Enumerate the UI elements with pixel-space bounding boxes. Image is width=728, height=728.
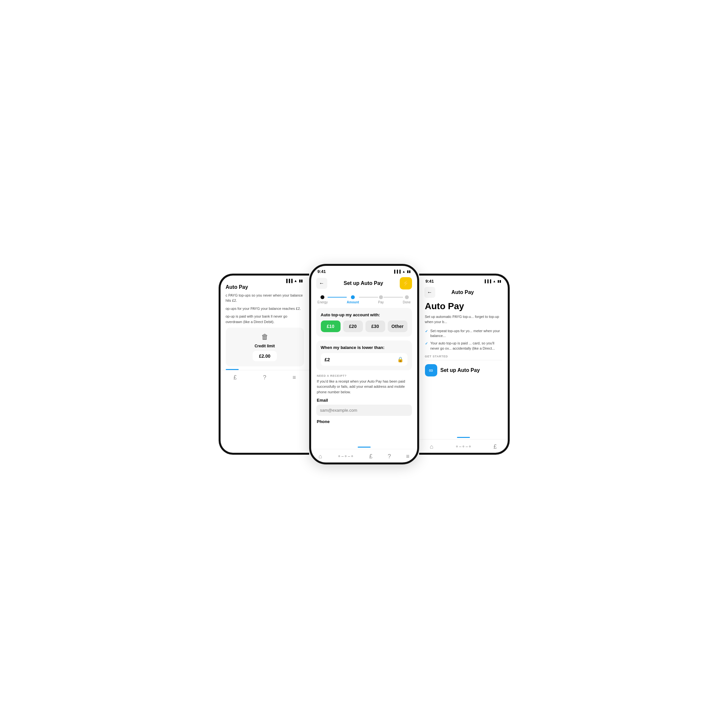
- autopay-desc: Set up automatic PAYG top-u... forget to…: [425, 314, 502, 325]
- receipt-desc: If you'd like a receipt when your Auto P…: [316, 379, 412, 395]
- menu-icon: ≡: [406, 453, 410, 460]
- right-bottom-nav: ⌂ ⚬−⚬−⚬ £: [419, 439, 508, 453]
- help-icon: ?: [388, 453, 391, 460]
- balance-card-title: When my balance is lower than:: [321, 345, 407, 350]
- right-home-icon: ⌂: [430, 444, 433, 450]
- left-desc3: op-up is paid with your bank ll never go…: [226, 314, 304, 324]
- infinity-icon: ∞: [425, 364, 437, 376]
- step-dot-amount: [351, 295, 355, 299]
- setup-autopay-button[interactable]: ∞ Set up Auto Pay: [425, 364, 502, 377]
- topup-card: Auto top-up my account with: £10 £20 £30…: [316, 308, 412, 336]
- left-credit-card: 🗑 Credit limit £2.00: [226, 327, 304, 366]
- nav-item-pound[interactable]: £: [231, 373, 239, 382]
- step-label-energy: Energy: [318, 300, 328, 304]
- activity-icon: ⚬−⚬−⚬: [337, 454, 354, 459]
- lightning-button[interactable]: ⚡: [400, 277, 412, 289]
- right-battery-icon: ▮▮: [497, 280, 501, 283]
- center-signal-icon: ▐▐▐: [393, 270, 401, 273]
- left-status-bar: ▐▐▐ ▲ ▮▮: [220, 275, 309, 284]
- balance-row: £2 🔒: [321, 353, 407, 366]
- balance-value: £2: [325, 357, 330, 362]
- right-content: Auto Pay Set up automatic PAYG top-u... …: [419, 301, 508, 378]
- step-label-done: Done: [403, 300, 411, 304]
- nav-item-menu[interactable]: ≡: [290, 373, 298, 382]
- center-nav-help[interactable]: ?: [385, 452, 394, 461]
- right-activity-icon: ⚬−⚬−⚬: [455, 444, 472, 449]
- center-nav-menu[interactable]: ≡: [404, 452, 412, 461]
- balance-card: When my balance is lower than: £2 🔒: [316, 341, 412, 370]
- step-energy: Energy: [318, 295, 328, 304]
- center-battery-icon: ▮▮: [407, 270, 411, 273]
- pound-icon: £: [369, 453, 373, 460]
- connector-1: [327, 297, 347, 298]
- right-nav-title: Auto Pay: [451, 289, 474, 295]
- center-nav-header: ← Set up Auto Pay ⚡: [311, 275, 417, 293]
- amount-20-button[interactable]: £20: [343, 321, 363, 332]
- left-phone: ▐▐▐ ▲ ▮▮ Auto Pay c PAYG top-ups so you …: [219, 274, 309, 455]
- right-nav-activity[interactable]: ⚬−⚬−⚬: [453, 443, 474, 451]
- center-nav-title: Set up Auto Pay: [343, 280, 383, 286]
- center-nav-home[interactable]: ⌂: [316, 452, 325, 461]
- phone-label: Phone: [316, 419, 412, 424]
- lightning-icon: ⚡: [402, 280, 410, 287]
- divider: [425, 360, 502, 360]
- connector-3: [384, 297, 403, 298]
- center-nav-pound[interactable]: £: [367, 452, 375, 461]
- center-back-button[interactable]: ←: [316, 278, 327, 289]
- check-icon-2: ✓: [425, 341, 428, 346]
- center-content: Auto top-up my account with: £10 £20 £30…: [311, 308, 417, 445]
- step-label-pay: Pay: [378, 300, 384, 304]
- progress-steps: Energy Amount Pay Done: [311, 293, 417, 308]
- email-input[interactable]: [316, 405, 412, 416]
- check-icon-1: ✓: [425, 329, 428, 334]
- autopay-title: Auto Pay: [425, 301, 502, 312]
- email-label: Email: [316, 398, 412, 403]
- receipt-section: NEED A RECEIPT? If you'd like a receipt …: [316, 374, 412, 424]
- right-wifi-icon: ▲: [493, 280, 496, 283]
- right-nav-pound[interactable]: £: [491, 442, 499, 451]
- check-item-1: ✓ Set repeat top-ups for yo... meter whe…: [425, 329, 502, 339]
- center-time: 9:41: [318, 269, 326, 274]
- check-text-1: Set repeat top-ups for yo... meter when …: [430, 329, 502, 339]
- right-nav-home[interactable]: ⌂: [427, 442, 436, 451]
- center-wifi-icon: ▲: [402, 270, 405, 273]
- lock-icon: 🔒: [397, 356, 404, 362]
- left-title: Auto Pay: [226, 284, 304, 290]
- get-started-label: GET STARTED: [425, 355, 502, 358]
- left-desc1: c PAYG top-ups so you never when your ba…: [226, 293, 304, 303]
- credit-limit-label: Credit limit: [254, 344, 275, 348]
- left-bottom-nav: £ ? ≡: [220, 370, 309, 384]
- center-bottom-nav: ⌂ ⚬−⚬−⚬ £ ? ≡: [311, 449, 417, 462]
- left-desc2: op-ups for your PAYG your balance reache…: [226, 306, 304, 312]
- check-item-2: ✓ Your auto top-up is paid ... card, so …: [425, 341, 502, 351]
- amount-grid: £10 £20 £30 Other: [321, 321, 407, 332]
- amount-30-button[interactable]: £30: [366, 321, 385, 332]
- right-back-arrow-icon: ←: [427, 289, 433, 295]
- step-done: Done: [403, 295, 411, 304]
- step-label-amount: Amount: [347, 300, 359, 304]
- signal-icon: ▐▐▐: [285, 279, 292, 283]
- topup-card-title: Auto top-up my account with:: [321, 312, 407, 317]
- nav-item-help[interactable]: ?: [260, 373, 269, 382]
- receipt-section-label: NEED A RECEIPT?: [316, 374, 412, 378]
- right-back-button[interactable]: ←: [424, 287, 435, 298]
- right-time: 9:41: [426, 279, 434, 284]
- battery-icon: ▮▮: [299, 279, 303, 283]
- check-text-2: Your auto top-up is paid ... card, so yo…: [430, 341, 502, 351]
- connector-2: [359, 297, 378, 298]
- scene: ▐▐▐ ▲ ▮▮ Auto Pay c PAYG top-ups so you …: [186, 264, 542, 464]
- amount-10-button[interactable]: £10: [321, 321, 341, 332]
- trash-icon: 🗑: [261, 333, 268, 341]
- center-nav-activity[interactable]: ⚬−⚬−⚬: [335, 453, 357, 460]
- step-dot-energy: [321, 295, 324, 299]
- right-phone: 9:41 ▐▐▐ ▲ ▮▮ ← Auto Pay Auto Pay Set up…: [419, 274, 510, 455]
- credit-value: £2.00: [252, 351, 277, 361]
- left-content: Auto Pay c PAYG top-ups so you never whe…: [220, 284, 309, 367]
- center-status-icons: ▐▐▐ ▲ ▮▮: [393, 270, 410, 273]
- amount-other-button[interactable]: Other: [388, 321, 407, 332]
- setup-btn-label: Set up Auto Pay: [440, 367, 480, 373]
- back-arrow-icon: ←: [319, 280, 324, 286]
- wifi-icon: ▲: [294, 279, 298, 283]
- center-phone: 9:41 ▐▐▐ ▲ ▮▮ ← Set up Auto Pay ⚡ Energy: [309, 264, 419, 464]
- step-dot-pay: [379, 295, 383, 299]
